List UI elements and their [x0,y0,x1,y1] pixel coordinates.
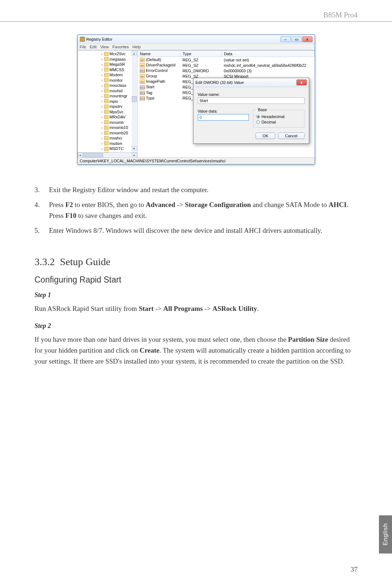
col-type[interactable]: Type [180,51,222,57]
scrollbar-thumb[interactable] [132,96,137,102]
dialog-title: Edit DWORD (32-bit) Value [196,80,244,85]
instr-text-4: Press F2 to enter BIOS, then go to Advan… [49,199,358,221]
cancel-button[interactable]: Cancel [278,133,304,139]
tree-pane[interactable]: ▴ ▾ ▹Mcx2Svc▹megasas▹MegaSR▹MMCSS▹Modem▹… [78,50,138,157]
window-title: Registry Editor [86,37,113,41]
menu-help[interactable]: Help [132,45,141,49]
window-controls: – ▭ x [281,36,313,42]
page-number: 37 [351,565,358,573]
window-titlebar: Registry Editor – ▭ x [78,35,315,44]
product-name: B85M Pro4 [323,11,358,19]
value-row[interactable]: 011ErrorControlREG_DWORD0x00000003 (3) [138,68,314,73]
col-data[interactable]: Data [221,51,314,57]
subsection-heading: Configuring Rapid Start [34,275,358,285]
folder-icon [104,147,109,151]
step1-text: Run ASRock Rapid Start utility from Star… [34,303,358,314]
instruction-list: 3. Exit the Registry Editor window and r… [34,184,358,236]
folder-icon [104,141,109,145]
menu-bar: File Edit View Favorites Help [78,44,315,50]
folder-icon [104,52,109,56]
value-data-field[interactable]: 0 [198,114,249,121]
horizontal-scrollbar[interactable]: ◂ ▸ [78,152,137,157]
minimize-button[interactable]: – [281,36,291,42]
step2-text: If you have more than one hard drives in… [34,334,358,367]
folder-icon [104,62,109,66]
col-name[interactable]: Name [138,51,180,57]
registry-editor-screenshot: Registry Editor – ▭ x File Edit View Fav… [77,35,315,165]
value-icon: 011 [140,96,145,101]
folder-icon [104,84,109,88]
instr-num-3: 3. [34,184,49,195]
folder-icon [104,94,109,98]
regedit-icon [80,37,85,42]
step2-heading: Step 2 [34,322,358,330]
folder-icon [104,78,109,82]
scroll-up-icon[interactable]: ▴ [132,51,137,56]
folder-icon [104,131,109,135]
folder-icon [104,120,109,124]
menu-view[interactable]: View [100,45,109,49]
instr-text-5: Enter Windows 8/7. Windows will discover… [49,225,322,236]
value-icon: ab [140,58,145,62]
menu-favorites[interactable]: Favorites [113,45,129,49]
folder-icon [104,105,109,109]
value-name-label: Value name: [198,92,305,97]
value-icon: 011 [140,85,145,90]
value-row[interactable]: ab(Default)REG_SZ(value not set) [138,57,314,63]
dialog-close-button[interactable]: x [297,80,307,85]
ok-button[interactable]: OK [256,133,275,139]
instr-num-4: 4. [34,199,49,221]
value-icon: ab [140,74,145,78]
maximize-button[interactable]: ▭ [291,36,302,42]
values-pane[interactable]: Name Type Data ab(Default)REG_SZ(value n… [138,50,315,157]
folder-icon [104,68,109,72]
instr-text-3: Exit the Registry Editor window and rest… [49,184,209,195]
folder-icon [104,89,109,93]
page-header: B85M Pro4 [0,11,392,22]
scroll-right-icon[interactable]: ▸ [132,153,137,158]
scrollbar-track[interactable] [132,56,137,146]
folder-icon [104,110,109,114]
value-icon: 011 [140,69,145,73]
step1-heading: Step 1 [34,291,358,299]
hex-radio[interactable]: Hexadecimal [256,114,301,119]
radio-off-icon [256,120,260,124]
value-icon: ab [140,80,145,84]
folder-icon [104,126,109,130]
dec-radio[interactable]: Decimal [256,120,301,124]
edit-dword-dialog: Edit DWORD (32-bit) Value x Value name: … [193,78,309,144]
instr-num-5: 5. [34,225,49,236]
radio-on-icon [256,115,260,118]
folder-icon [104,73,109,77]
scroll-left-icon[interactable]: ◂ [78,153,83,158]
close-button[interactable]: x [302,36,313,42]
menu-edit[interactable]: Edit [90,45,97,49]
dialog-titlebar: Edit DWORD (32-bit) Value x [193,78,309,87]
value-data-label: Value data: [198,109,249,113]
folder-icon [104,57,109,61]
folder-icon [104,99,109,103]
base-label: Base [256,108,268,112]
base-fieldset: Base Hexadecimal Decimal [253,108,304,127]
folder-icon [104,136,109,140]
section-heading: 3.3.2 Setup Guide [34,256,358,268]
value-name-field[interactable]: Start [198,97,305,104]
value-row[interactable]: abDriverPackageIdREG_SZmshdc.inf_amd64_n… [138,62,314,68]
value-icon: 011 [140,91,145,95]
value-icon: ab [140,63,145,68]
language-tab: English [379,515,392,553]
folder-icon [104,115,109,119]
scroll-down-icon[interactable]: ▾ [132,146,137,151]
h-scroll-thumb[interactable] [83,153,103,157]
menu-file[interactable]: File [80,45,86,49]
status-bar: Computer\HKEY_LOCAL_MACHINE\SYSTEM\Curre… [78,157,315,164]
